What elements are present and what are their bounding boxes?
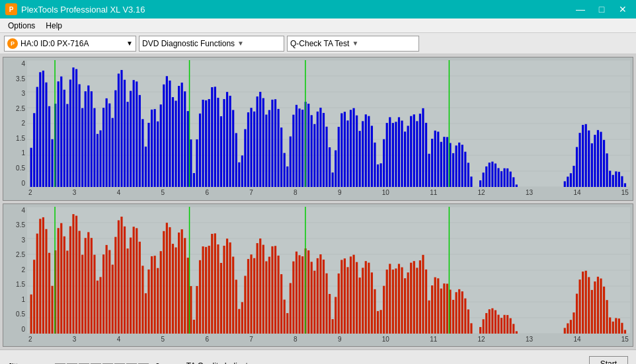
jitter-row: Jitter: 3 (8, 362, 160, 365)
top-chart-canvas (27, 60, 630, 187)
maximize-button[interactable]: □ (594, 3, 610, 15)
titlebar-controls: — □ ✕ (573, 3, 631, 15)
bottom-chart-panel: 4 3.5 3 2.5 2 1.5 1 0.5 0 2 3 4 5 6 7 8 … (3, 203, 633, 347)
minimize-button[interactable]: — (573, 3, 588, 15)
titlebar-left: P PlexTools Professional XL V3.16 (5, 3, 145, 15)
menubar: Options Help (0, 18, 636, 33)
drive-label: HA:0 ID:0 PX-716A (20, 39, 89, 48)
bottom-panel: Jitter: 3 Peak Shift: 3 TA Quality Indic… (0, 349, 636, 364)
drive-selector[interactable]: P HA:0 ID:0 PX-716A ▼ (4, 36, 136, 52)
bottom-y-axis: 4 3.5 3 2.5 2 1.5 1 0.5 0 (5, 207, 27, 334)
top-chart-panel: 4 3.5 3 2.5 2 1.5 1 0.5 0 2 3 4 5 6 7 8 … (3, 57, 633, 201)
top-y-axis: 4 3.5 3 2.5 2 1.5 1 0.5 0 (5, 60, 27, 187)
jitter-label: Jitter: (8, 362, 51, 365)
ta-section: TA Quality Indicator: Good (186, 361, 257, 364)
test-dropdown[interactable]: Q-Check TA Test ▼ (287, 36, 419, 52)
test-arrow: ▼ (352, 40, 358, 47)
metrics-left: Jitter: 3 Peak Shift: 3 (8, 362, 160, 365)
bottom-chart-inner (27, 207, 630, 334)
action-buttons: Start i (589, 356, 628, 365)
top-chart-inner (27, 60, 630, 187)
toolbar: P HA:0 ID:0 PX-716A ▼ DVD Diagnostic Fun… (0, 33, 636, 54)
test-label: Q-Check TA Test (290, 39, 349, 48)
jitter-value: 3 (155, 362, 160, 365)
bottom-chart-canvas (27, 207, 630, 334)
drive-arrow: ▼ (126, 40, 133, 47)
titlebar: P PlexTools Professional XL V3.16 — □ ✕ (0, 0, 636, 18)
function-dropdown[interactable]: DVD Diagnostic Functions ▼ (139, 36, 284, 52)
close-button[interactable]: ✕ (615, 3, 631, 15)
menu-help[interactable]: Help (40, 20, 67, 32)
app-title: PlexTools Professional XL V3.16 (21, 5, 145, 15)
bottom-x-axis: 2 3 4 5 6 7 8 9 10 11 12 13 14 15 (27, 333, 630, 345)
ta-label: TA Quality Indicator: (186, 361, 257, 364)
top-x-axis: 2 3 4 5 6 7 8 9 10 11 12 13 14 15 (27, 187, 630, 199)
drive-icon: P (7, 38, 18, 49)
function-arrow: ▼ (237, 40, 244, 47)
start-button[interactable]: Start (589, 356, 628, 365)
function-label: DVD Diagnostic Functions (142, 39, 235, 48)
app-icon: P (5, 3, 17, 15)
menu-options[interactable]: Options (3, 20, 40, 32)
main-area: 4 3.5 3 2.5 2 1.5 1 0.5 0 2 3 4 5 6 7 8 … (0, 54, 636, 349)
